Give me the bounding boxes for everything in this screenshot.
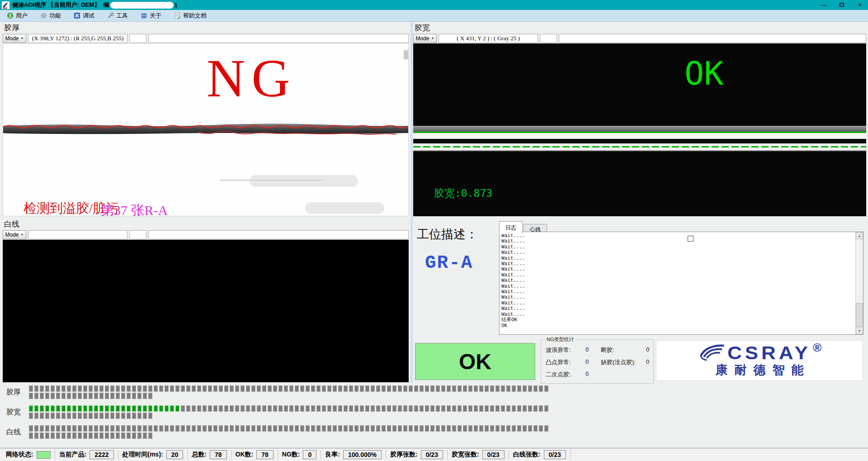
grid-cell <box>56 405 60 412</box>
log-line: Wait.... <box>501 272 854 278</box>
minimize-button[interactable]: — <box>820 0 827 10</box>
grid-cell <box>143 425 147 432</box>
grid-cell <box>528 385 532 392</box>
grid-cell <box>224 385 228 392</box>
grid-cell <box>295 405 299 412</box>
menu-item-debug[interactable]: 调试 <box>70 11 99 21</box>
grid-cell <box>376 405 380 412</box>
grid-cell <box>78 385 82 392</box>
statusbar-field: NG数:0 <box>278 450 321 460</box>
grid-cell <box>311 385 315 392</box>
mode-dropdown-baixian[interactable]: Mode ▼ <box>3 230 26 239</box>
grid-cell <box>34 405 38 412</box>
menu-item-label: 帮助文档 <box>183 12 207 20</box>
frame-status-grids: 胶厚胶宽白线 <box>0 385 868 445</box>
grid-cell <box>230 405 234 412</box>
grid-cell <box>105 405 109 412</box>
menu-item-label: 工具 <box>116 12 128 20</box>
ng-stats-grid: 波浪异常:0断胶:0凸点异常:0缺胶(没点胶):0二次点胶:0 <box>541 340 653 379</box>
grid-cell <box>403 405 407 412</box>
grid-cell <box>479 385 483 392</box>
image-view-jiaokuan[interactable]: OK 胶宽:0.873 <box>413 43 866 216</box>
toolbar-box-long-jiaohou <box>148 34 409 43</box>
grid-cell <box>105 432 109 439</box>
grid-cell <box>67 425 71 432</box>
grid-cell <box>506 425 510 432</box>
grid-cell <box>539 405 543 412</box>
grid-cell <box>170 385 174 392</box>
grid-cell <box>327 425 331 432</box>
grid-cell <box>197 405 201 412</box>
grid-cell <box>56 413 60 419</box>
grid-cell <box>89 425 93 432</box>
grid-cell <box>116 425 120 432</box>
grid-cell <box>159 425 163 432</box>
log-content: Wait....Wait....Wait....Wait....Wait....… <box>501 233 854 333</box>
statusbar-label: 当前产品: <box>59 451 87 459</box>
grid-cell <box>148 385 152 392</box>
grid-cell <box>67 405 71 412</box>
log-line: Wait.... <box>501 289 854 295</box>
menu-item-about[interactable]: 关于 <box>137 11 165 21</box>
grid-cell <box>365 425 369 432</box>
menu-item-user[interactable]: 用户 <box>3 11 32 21</box>
grid-cell <box>165 385 169 392</box>
ng-stat-value: 0 <box>585 346 601 354</box>
grid-cell <box>159 385 163 392</box>
camera-band-white2 <box>413 143 866 151</box>
grid-cell <box>284 425 288 432</box>
grid-cell <box>94 413 98 419</box>
grid-cell <box>251 385 255 392</box>
result-text-ok: OK <box>684 57 724 90</box>
grid-cell <box>29 385 33 392</box>
grid-cell <box>289 385 293 392</box>
grid-cell <box>230 385 234 392</box>
grid-cell <box>154 425 158 432</box>
grid-cell <box>148 393 152 399</box>
menu-item-help[interactable]: 帮助文档 <box>170 11 211 21</box>
grid-cell <box>165 425 169 432</box>
grid-cell <box>430 385 434 392</box>
grid-cell <box>45 385 49 392</box>
mode-label: Mode <box>5 232 19 238</box>
log-line: Wait.... <box>501 312 854 317</box>
image-view-jiaohou[interactable]: NG 检测到溢胶/脏污 溢胶最小面积:2538 溢胶最大面积:2538 第37 … <box>3 43 409 216</box>
close-button[interactable]: × <box>856 0 863 10</box>
maximize-button[interactable] <box>838 0 845 10</box>
grid-row <box>29 385 550 392</box>
grid-cell <box>436 405 440 412</box>
image-view-baixian[interactable] <box>3 240 409 382</box>
menu-item-tools[interactable]: 工具 <box>103 11 132 21</box>
statusbar-field: 当前产品:2222 <box>55 450 118 460</box>
grid-cell <box>235 425 239 432</box>
mode-dropdown-jiaokuan[interactable]: Mode ▼ <box>413 34 437 43</box>
grid-cell <box>213 385 217 392</box>
grid-cell <box>235 405 239 412</box>
grid-cell <box>132 425 136 432</box>
menu-item-func[interactable]: 功能 <box>36 11 65 21</box>
grid-cell <box>83 405 87 412</box>
grid-cell <box>382 385 386 392</box>
log-line: Wait.... <box>501 261 854 266</box>
grid-cell <box>257 385 261 392</box>
mode-dropdown-jiaohou[interactable]: Mode ▼ <box>3 34 26 43</box>
scroll-down-icon[interactable]: ▼ <box>856 327 863 334</box>
tab-log[interactable]: 日志 <box>499 221 523 234</box>
log-scrollbar[interactable]: ▲ ▼ <box>855 232 863 334</box>
ng-stat-value: 0 <box>646 358 655 366</box>
overall-result-button[interactable]: OK <box>415 343 535 380</box>
grid-cell <box>51 432 55 439</box>
scroll-thumb[interactable] <box>856 303 863 327</box>
measure-line-dashed <box>413 146 866 147</box>
grid-cell <box>67 385 71 392</box>
statusbar-field: 网络状态: <box>2 450 55 460</box>
grid-cell <box>517 385 521 392</box>
grid-cell <box>89 405 93 412</box>
grid-row <box>29 413 550 419</box>
grid-cell <box>51 385 55 392</box>
log-line: Wait.... <box>501 295 854 300</box>
grid-cell <box>322 425 326 432</box>
scroll-up-icon[interactable]: ▲ <box>856 232 863 239</box>
grid-cell <box>376 385 380 392</box>
log-checkbox[interactable] <box>688 236 693 242</box>
